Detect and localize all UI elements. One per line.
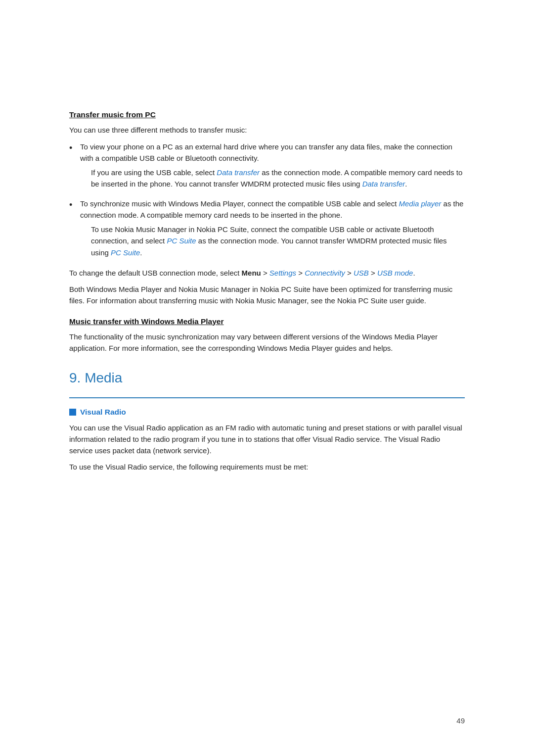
nav-menu: Menu [242,269,261,277]
music-transfer-heading: Music transfer with Windows Media Player [69,316,465,327]
bullet-2-sub-end: . [140,248,142,257]
data-transfer-link-1: Data transfer [217,168,260,177]
visual-radio-heading: Visual Radio [69,406,465,418]
nav-connectivity: Connectivity [305,269,345,277]
bullet-1-sub-end: . [405,180,407,188]
bullet-item-1: • To view your phone on a PC as an exter… [69,141,465,194]
subsection-square-icon [69,409,76,416]
nav-period: . [413,269,415,277]
nav-usbmode: USB mode [377,269,413,277]
transfer-intro: You can use three different methods to t… [69,124,465,136]
bullet-2-subpara: To use Nokia Music Manager in Nokia PC S… [91,224,465,258]
bullet-1-sub-before: If you are using the USB cable, select [91,168,217,177]
bullet-dot-2: • [69,198,80,212]
chapter-number: 9. [69,370,81,385]
nav-sep2: > [296,269,305,277]
bullet-item-2: • To synchronize music with Windows Medi… [69,198,465,262]
bullet-content-1: To view your phone on a PC as an externa… [80,141,465,194]
page-content: Transfer music from PC You can use three… [0,0,534,756]
transfer-section: Transfer music from PC You can use three… [69,109,465,307]
visual-radio-body2: To use the Visual Radio service, the fol… [69,461,465,472]
pc-suite-link-1: PC Suite [167,236,196,245]
nav-sep3: > [345,269,354,277]
nav-before: To change the default USB connection mod… [69,269,242,277]
bullet-content-2: To synchronize music with Windows Media … [80,198,465,262]
nav-line: To change the default USB connection mod… [69,267,465,279]
transfer-bullets: • To view your phone on a PC as an exter… [69,141,465,262]
pc-suite-link-2: PC Suite [111,248,140,257]
nav-usb: USB [354,269,369,277]
transfer-closing: Both Windows Media Player and Nokia Musi… [69,284,465,307]
bullet-1-text: To view your phone on a PC as an externa… [80,142,452,162]
bullet-1-subpara: If you are using the USB cable, select D… [91,167,465,190]
nav-settings: Settings [269,269,296,277]
visual-radio-body1: You can use the Visual Radio application… [69,422,465,457]
data-transfer-link-2: Data transfer [362,180,405,188]
chapter-title: Media [85,370,122,385]
bullet-2-before: To synchronize music with Windows Media … [80,199,399,208]
page-number: 49 [456,715,465,727]
bullet-dot-1: • [69,141,80,155]
media-player-link: Media player [399,199,441,208]
visual-radio-section: Visual Radio You can use the Visual Radi… [69,406,465,472]
music-transfer-body: The functionality of the music synchroni… [69,331,465,354]
chapter-section: 9. Media [69,368,465,398]
chapter-divider [69,397,465,398]
chapter-heading: 9. Media [69,368,465,388]
nav-sep4: > [369,269,377,277]
visual-radio-title: Visual Radio [80,406,126,418]
nav-sep1: > [261,269,269,277]
music-transfer-section: Music transfer with Windows Media Player… [69,316,465,354]
transfer-heading: Transfer music from PC [69,109,465,120]
